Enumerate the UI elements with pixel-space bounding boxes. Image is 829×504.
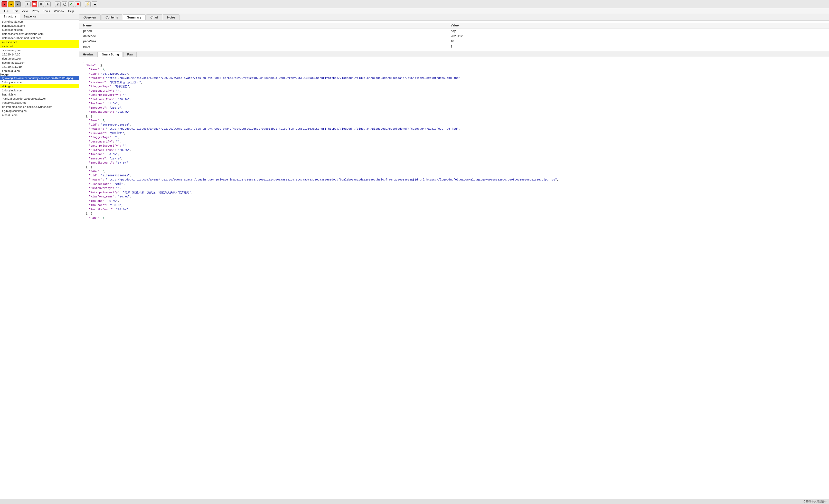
app-container: ● ● ● ✓ ✖ ⚡ ☁ File Edit View Prox — [0, 0, 829, 504]
main-container: Structure Sequence st.meitudata.com bbit… — [0, 14, 829, 499]
list-item-ip1[interactable]: 13.119.144.10 — [0, 52, 79, 57]
toolbar-close-btn[interactable]: ● — [2, 1, 7, 7]
right-panel: Overview Contents Summary Chart Notes Na… — [79, 14, 829, 499]
list-item-dn-img-blog[interactable]: dn-img-blog.oss-cn-beijing.aliyuncs.com — [0, 105, 79, 109]
right-content: Name Value perioddaydatecode20231123page… — [79, 21, 829, 499]
menu-help[interactable]: Help — [66, 9, 76, 13]
summary-section: Name Value perioddaydatecode20231123page… — [79, 21, 829, 51]
summary-cell-name: datecode — [79, 34, 446, 39]
right-top-tabs: Overview Contents Summary Chart Notes — [79, 14, 829, 21]
toolbar-stop-btn[interactable] — [38, 1, 44, 7]
toolbar-sep-1 — [23, 2, 23, 6]
summary-col-name: Name — [79, 23, 446, 29]
list-item-api-feigua[interactable]: >api.feigua.cn — [0, 69, 79, 73]
list-item-ndc-taobao[interactable]: ndc.m.taobao.com — [0, 61, 79, 65]
toolbar-check-btn[interactable]: ✓ — [68, 1, 74, 7]
toolbar-back-btn[interactable] — [25, 1, 31, 7]
list-item-ad-xiaomi[interactable]: a.ad.xiaomi.com — [0, 28, 79, 32]
statusbar: CSDN 中矣最新青年 — [0, 499, 829, 504]
list-item-dnimg[interactable]: dnimg.cn — [0, 84, 79, 88]
left-panel-tabs: Structure Sequence — [0, 14, 79, 20]
svg-marker-2 — [47, 3, 49, 5]
toolbar-cloud-btn[interactable]: ☁ — [92, 1, 97, 7]
summary-row: pageSize10 — [79, 39, 829, 44]
left-panel-list: st.meitudata.com bbit.meitustat.com a.ad… — [0, 20, 79, 499]
toolbar-expand-btn[interactable]: ● — [15, 1, 21, 7]
summary-row: periodday — [79, 29, 829, 34]
summary-cell-value: 20231123 — [446, 34, 829, 39]
toolbar-lightning-btn[interactable]: ⚡ — [85, 1, 91, 7]
list-item-douyinpic-1[interactable]: 1.douyinpic.com — [0, 80, 79, 84]
section-header-blogger: blogger — [0, 73, 79, 76]
toolbar: ● ● ● ✓ ✖ ⚡ ☁ — [0, 0, 829, 8]
list-item-rlog-umeng[interactable]: rlog.umeng.com — [0, 57, 79, 61]
summary-cell-name: pageSize — [79, 39, 446, 44]
summary-col-value: Value — [446, 23, 829, 29]
list-item-growinguprank[interactable]: /growingUpRank?period=day&datecode=20231… — [0, 76, 79, 80]
list-item-hermk8s[interactable]: her.mk8s.cn — [0, 93, 79, 97]
statusbar-right: CSDN 中矣最新青年 — [803, 500, 827, 503]
svg-point-0 — [33, 3, 36, 5]
menu-proxy[interactable]: Proxy — [30, 9, 41, 13]
summary-cell-value: 1 — [446, 44, 829, 49]
menu-tools[interactable]: Tools — [41, 9, 52, 13]
right-tab-notes[interactable]: Notes — [163, 14, 180, 20]
summary-row: datecode20231123 — [79, 34, 829, 39]
svg-point-3 — [57, 3, 59, 5]
list-item-gs-umeng[interactable]: >gs.umeng.com — [0, 48, 79, 52]
right-tab-chart[interactable]: Chart — [146, 14, 162, 20]
left-tab-sequence[interactable]: Sequence — [20, 14, 40, 19]
toolbar-refresh-btn[interactable] — [62, 1, 67, 7]
toolbar-sep-2 — [52, 2, 53, 6]
list-item-bbit-meitustat[interactable]: bbit.meitustat.com — [0, 24, 79, 28]
summary-cell-value: 10 — [446, 39, 829, 44]
right-tab-contents[interactable]: Contents — [101, 14, 122, 20]
left-tab-structure[interactable]: Structure — [0, 14, 20, 20]
list-item-a2csdn[interactable]: a2.csdn.net — [0, 40, 79, 44]
summary-cell-name: period — [79, 29, 446, 34]
list-item-ip2[interactable]: 13.119.211.219 — [0, 65, 79, 69]
list-item-googleapis[interactable]: >timizationguide-pa.googleapis.com — [0, 97, 79, 101]
summary-row: page1 — [79, 44, 829, 49]
list-item-n-baidu[interactable]: n.baidu.com — [0, 113, 79, 117]
summary-cell-name: page — [79, 44, 446, 49]
menubar: File Edit View Proxy Tools Window Help — [0, 8, 829, 14]
menu-file[interactable]: File — [2, 9, 11, 13]
toolbar-settings-btn[interactable] — [55, 1, 61, 7]
svg-rect-1 — [40, 3, 42, 5]
toolbar-record-btn[interactable] — [32, 1, 37, 7]
toolbar-cross-btn[interactable]: ✖ — [75, 1, 81, 7]
list-item-g-blog-csdn[interactable]: >g-blog.csdnimg.cn — [0, 109, 79, 113]
menu-window[interactable]: Window — [52, 9, 66, 13]
right-tab-overview[interactable]: Overview — [79, 14, 101, 20]
bottom-tab-querystring[interactable]: Query String — [98, 52, 123, 57]
left-panel: Structure Sequence st.meitudata.com bbit… — [0, 14, 79, 499]
menu-edit[interactable]: Edit — [11, 9, 20, 13]
toolbar-minimize-btn[interactable]: ● — [8, 1, 14, 7]
list-item-datacollector[interactable]: datacollector-drcn.dt.hicloud.com — [0, 32, 79, 36]
list-item-csdn[interactable]: csdn.net — [0, 44, 79, 48]
bottom-tabs: Headers Query String Raw — [79, 51, 829, 57]
toolbar-play-btn[interactable] — [45, 1, 50, 7]
bottom-tab-headers[interactable]: Headers — [79, 52, 98, 57]
list-item-douyinpic-2[interactable]: 1.douyinpic.com — [0, 88, 79, 93]
toolbar-sep-3 — [83, 2, 83, 6]
bottom-tab-raw[interactable]: Raw — [123, 52, 137, 57]
bottom-section: Headers Query String Raw { "Data": [{ "R… — [79, 51, 829, 499]
menu-view[interactable]: View — [20, 9, 30, 13]
right-tab-summary[interactable]: Summary — [123, 14, 146, 20]
summary-table: Name Value perioddaydatecode20231123page… — [79, 23, 829, 49]
list-item-st-meitudata[interactable]: st.meitudata.com — [0, 20, 79, 24]
list-item-datafinder[interactable]: datafinder-rabbit.meitustat.com — [0, 36, 79, 40]
summary-cell-value: day — [446, 29, 829, 34]
list-item-gservice-csdn[interactable]: >gservice.csdn.net — [0, 101, 79, 105]
json-content[interactable]: { "Data": [{ "Rank": 1, "Uid": "34704269… — [79, 57, 829, 499]
